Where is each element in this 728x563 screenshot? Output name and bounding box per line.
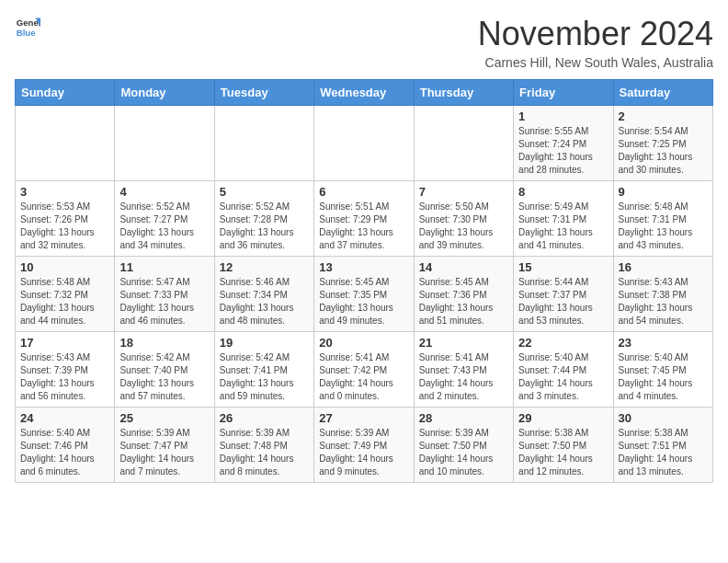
calendar-cell — [115, 106, 214, 181]
calendar-cell: 16Sunrise: 5:43 AM Sunset: 7:38 PM Dayli… — [613, 257, 712, 332]
calendar-table: SundayMondayTuesdayWednesdayThursdayFrid… — [15, 79, 713, 483]
day-info: Sunrise: 5:42 AM Sunset: 7:40 PM Dayligh… — [119, 351, 209, 403]
day-info: Sunrise: 5:39 AM Sunset: 7:48 PM Dayligh… — [220, 427, 309, 478]
calendar-cell — [16, 106, 115, 181]
calendar-cell: 23Sunrise: 5:40 AM Sunset: 7:45 PM Dayli… — [613, 332, 712, 408]
day-number: 9 — [619, 185, 708, 199]
calendar-cell: 24Sunrise: 5:40 AM Sunset: 7:46 PM Dayli… — [16, 408, 115, 483]
day-info: Sunrise: 5:45 AM Sunset: 7:35 PM Dayligh… — [319, 276, 408, 327]
calendar-cell: 27Sunrise: 5:39 AM Sunset: 7:49 PM Dayli… — [314, 408, 414, 483]
day-number: 13 — [319, 260, 408, 274]
calendar-cell: 3Sunrise: 5:53 AM Sunset: 7:26 PM Daylig… — [16, 181, 115, 257]
day-number: 18 — [119, 336, 209, 350]
day-number: 8 — [518, 185, 608, 199]
day-info: Sunrise: 5:50 AM Sunset: 7:30 PM Dayligh… — [419, 201, 508, 252]
day-info: Sunrise: 5:44 AM Sunset: 7:37 PM Dayligh… — [518, 276, 608, 327]
day-info: Sunrise: 5:40 AM Sunset: 7:44 PM Dayligh… — [518, 351, 608, 403]
svg-text:Blue: Blue — [17, 28, 36, 38]
day-info: Sunrise: 5:52 AM Sunset: 7:28 PM Dayligh… — [220, 201, 309, 252]
calendar-cell: 18Sunrise: 5:42 AM Sunset: 7:40 PM Dayli… — [115, 332, 214, 408]
calendar-week-2: 10Sunrise: 5:48 AM Sunset: 7:32 PM Dayli… — [16, 257, 713, 332]
day-number: 27 — [319, 411, 408, 425]
calendar-cell: 19Sunrise: 5:42 AM Sunset: 7:41 PM Dayli… — [214, 332, 313, 408]
calendar-cell: 11Sunrise: 5:47 AM Sunset: 7:33 PM Dayli… — [115, 257, 214, 332]
day-number: 25 — [119, 411, 209, 425]
day-info: Sunrise: 5:51 AM Sunset: 7:29 PM Dayligh… — [319, 201, 408, 252]
calendar-cell: 13Sunrise: 5:45 AM Sunset: 7:35 PM Dayli… — [314, 257, 414, 332]
day-number: 10 — [20, 260, 109, 274]
weekday-header-monday: Monday — [115, 80, 214, 106]
day-number: 17 — [20, 336, 109, 350]
day-info: Sunrise: 5:54 AM Sunset: 7:25 PM Dayligh… — [619, 125, 708, 177]
day-info: Sunrise: 5:43 AM Sunset: 7:38 PM Dayligh… — [619, 276, 708, 327]
day-info: Sunrise: 5:48 AM Sunset: 7:32 PM Dayligh… — [20, 276, 109, 327]
calendar-cell — [414, 106, 513, 181]
calendar-cell: 10Sunrise: 5:48 AM Sunset: 7:32 PM Dayli… — [16, 257, 115, 332]
calendar-cell: 7Sunrise: 5:50 AM Sunset: 7:30 PM Daylig… — [414, 181, 513, 257]
calendar-cell: 25Sunrise: 5:39 AM Sunset: 7:47 PM Dayli… — [115, 408, 214, 483]
day-number: 5 — [220, 185, 309, 199]
day-info: Sunrise: 5:43 AM Sunset: 7:39 PM Dayligh… — [20, 351, 109, 403]
day-number: 23 — [619, 336, 708, 350]
day-info: Sunrise: 5:40 AM Sunset: 7:45 PM Dayligh… — [619, 351, 708, 403]
calendar-cell: 22Sunrise: 5:40 AM Sunset: 7:44 PM Dayli… — [514, 332, 613, 408]
weekday-header-friday: Friday — [514, 80, 613, 106]
day-info: Sunrise: 5:49 AM Sunset: 7:31 PM Dayligh… — [518, 201, 608, 252]
day-number: 19 — [220, 336, 309, 350]
day-number: 6 — [319, 185, 408, 199]
calendar-cell — [214, 106, 313, 181]
day-info: Sunrise: 5:48 AM Sunset: 7:31 PM Dayligh… — [619, 201, 708, 252]
day-info: Sunrise: 5:47 AM Sunset: 7:33 PM Dayligh… — [119, 276, 209, 327]
day-info: Sunrise: 5:40 AM Sunset: 7:46 PM Dayligh… — [20, 427, 109, 478]
calendar-cell: 20Sunrise: 5:41 AM Sunset: 7:42 PM Dayli… — [314, 332, 414, 408]
day-number: 1 — [518, 109, 608, 123]
day-number: 15 — [518, 260, 608, 274]
logo-icon: General Blue — [15, 15, 40, 40]
calendar-cell — [314, 106, 414, 181]
title-block: November 2024 Carnes Hill, New South Wal… — [478, 15, 713, 70]
calendar-cell: 5Sunrise: 5:52 AM Sunset: 7:28 PM Daylig… — [214, 181, 313, 257]
day-number: 20 — [319, 336, 408, 350]
day-number: 11 — [119, 260, 209, 274]
day-info: Sunrise: 5:52 AM Sunset: 7:27 PM Dayligh… — [119, 201, 209, 252]
day-info: Sunrise: 5:45 AM Sunset: 7:36 PM Dayligh… — [419, 276, 508, 327]
day-info: Sunrise: 5:38 AM Sunset: 7:51 PM Dayligh… — [619, 427, 708, 478]
calendar-cell: 14Sunrise: 5:45 AM Sunset: 7:36 PM Dayli… — [414, 257, 513, 332]
calendar-cell: 6Sunrise: 5:51 AM Sunset: 7:29 PM Daylig… — [314, 181, 414, 257]
day-number: 30 — [619, 411, 708, 425]
month-title: November 2024 — [478, 15, 713, 53]
calendar-cell: 2Sunrise: 5:54 AM Sunset: 7:25 PM Daylig… — [613, 106, 712, 181]
day-number: 28 — [419, 411, 508, 425]
calendar-week-1: 3Sunrise: 5:53 AM Sunset: 7:26 PM Daylig… — [16, 181, 713, 257]
calendar-week-0: 1Sunrise: 5:55 AM Sunset: 7:24 PM Daylig… — [16, 106, 713, 181]
day-number: 26 — [220, 411, 309, 425]
calendar-cell: 9Sunrise: 5:48 AM Sunset: 7:31 PM Daylig… — [613, 181, 712, 257]
day-info: Sunrise: 5:39 AM Sunset: 7:49 PM Dayligh… — [319, 427, 408, 478]
weekday-header-saturday: Saturday — [613, 80, 712, 106]
day-number: 29 — [518, 411, 608, 425]
day-number: 4 — [119, 185, 209, 199]
weekday-header-sunday: Sunday — [16, 80, 115, 106]
day-info: Sunrise: 5:41 AM Sunset: 7:42 PM Dayligh… — [319, 351, 408, 403]
day-info: Sunrise: 5:39 AM Sunset: 7:47 PM Dayligh… — [119, 427, 209, 478]
weekday-header-tuesday: Tuesday — [214, 80, 313, 106]
day-number: 16 — [619, 260, 708, 274]
logo: General Blue — [15, 15, 40, 40]
day-number: 14 — [419, 260, 508, 274]
day-info: Sunrise: 5:41 AM Sunset: 7:43 PM Dayligh… — [419, 351, 508, 403]
calendar-cell: 17Sunrise: 5:43 AM Sunset: 7:39 PM Dayli… — [16, 332, 115, 408]
calendar-cell: 29Sunrise: 5:38 AM Sunset: 7:50 PM Dayli… — [514, 408, 613, 483]
calendar-cell: 26Sunrise: 5:39 AM Sunset: 7:48 PM Dayli… — [214, 408, 313, 483]
page-header: General Blue November 2024 Carnes Hill, … — [15, 15, 713, 70]
day-info: Sunrise: 5:39 AM Sunset: 7:50 PM Dayligh… — [419, 427, 508, 478]
weekday-header-thursday: Thursday — [414, 80, 513, 106]
day-info: Sunrise: 5:38 AM Sunset: 7:50 PM Dayligh… — [518, 427, 608, 478]
calendar-week-4: 24Sunrise: 5:40 AM Sunset: 7:46 PM Dayli… — [16, 408, 713, 483]
day-number: 22 — [518, 336, 608, 350]
day-info: Sunrise: 5:46 AM Sunset: 7:34 PM Dayligh… — [220, 276, 309, 327]
calendar-week-3: 17Sunrise: 5:43 AM Sunset: 7:39 PM Dayli… — [16, 332, 713, 408]
day-number: 2 — [619, 109, 708, 123]
calendar-cell: 12Sunrise: 5:46 AM Sunset: 7:34 PM Dayli… — [214, 257, 313, 332]
day-info: Sunrise: 5:42 AM Sunset: 7:41 PM Dayligh… — [220, 351, 309, 403]
calendar-cell: 30Sunrise: 5:38 AM Sunset: 7:51 PM Dayli… — [613, 408, 712, 483]
